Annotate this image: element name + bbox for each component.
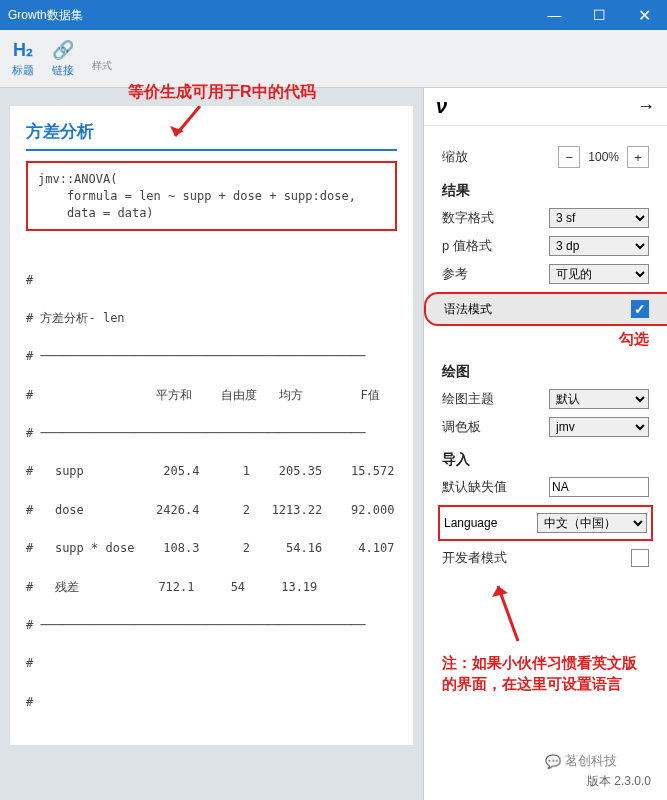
heading-tool[interactable]: H₂ 标题 <box>12 39 34 78</box>
heading-icon: H₂ <box>13 39 33 61</box>
import-section: 导入 <box>442 451 649 469</box>
zoom-value: 100% <box>582 150 625 164</box>
zoom-in-button[interactable]: + <box>627 146 649 168</box>
wechat-icon: 💬 <box>545 754 561 769</box>
jamovi-logo-icon: ν <box>436 95 447 118</box>
palette-select[interactable]: jmv <box>549 417 649 437</box>
annotation-code: 等价生成可用于R中的代码 <box>128 82 316 103</box>
arrow-icon <box>488 581 528 651</box>
options-panel: ν → 缩放 − 100% + 结果 数字格式3 sf p 值格式3 dp 参考… <box>423 88 667 800</box>
close-button[interactable]: ✕ <box>622 0 667 30</box>
style-label: 样式 <box>92 59 112 73</box>
annotation-lang: 注：如果小伙伴习惯看英文版的界面，在这里可设置语言 <box>442 652 649 694</box>
p-format-select[interactable]: 3 dp <box>549 236 649 256</box>
link-tool[interactable]: 🔗 链接 <box>52 39 74 78</box>
link-label: 链接 <box>52 63 74 78</box>
annotation-check: 勾选 <box>442 330 649 349</box>
results-pane: 等价生成可用于R中的代码 方差分析 jmv::ANOVA( formula = … <box>0 88 423 800</box>
link-icon: 🔗 <box>52 39 74 61</box>
plot-theme-select[interactable]: 默认 <box>549 389 649 409</box>
dev-mode-checkbox[interactable] <box>631 549 649 567</box>
minimize-button[interactable]: — <box>532 0 577 30</box>
missing-value-input[interactable] <box>549 477 649 497</box>
title-bar: Growth数据集 — ☐ ✕ <box>0 0 667 30</box>
window-controls: — ☐ ✕ <box>532 0 667 30</box>
window-title: Growth数据集 <box>8 7 83 24</box>
r-code-box[interactable]: jmv::ANOVA( formula = len ~ supp + dose … <box>26 161 397 231</box>
forward-icon[interactable]: → <box>637 96 655 117</box>
analysis-title: 方差分析 <box>26 120 397 151</box>
watermark: 💬茗创科技 <box>545 752 617 770</box>
plots-section: 绘图 <box>442 363 649 381</box>
zoom-row: 缩放 − 100% + <box>442 146 649 168</box>
panel-header: ν → <box>424 88 667 126</box>
version-label: 版本 2.3.0.0 <box>587 773 651 790</box>
language-row: Language 中文（中国） <box>438 505 653 541</box>
refs-select[interactable]: 可见的 <box>549 264 649 284</box>
language-select[interactable]: 中文（中国） <box>537 513 647 533</box>
anova-table: # # 方差分析- len # ────────────────────────… <box>26 251 397 731</box>
output-sheet: 方差分析 jmv::ANOVA( formula = len ~ supp + … <box>10 106 413 745</box>
syntax-mode-row: 语法模式 ✓ <box>424 292 667 326</box>
zoom-out-button[interactable]: − <box>558 146 580 168</box>
arrow-icon <box>170 106 210 146</box>
number-format-select[interactable]: 3 sf <box>549 208 649 228</box>
toolbar: H₂ 标题 🔗 链接 样式 <box>0 30 667 88</box>
maximize-button[interactable]: ☐ <box>577 0 622 30</box>
syntax-mode-checkbox[interactable]: ✓ <box>631 300 649 318</box>
heading-label: 标题 <box>12 63 34 78</box>
results-section: 结果 <box>442 182 649 200</box>
